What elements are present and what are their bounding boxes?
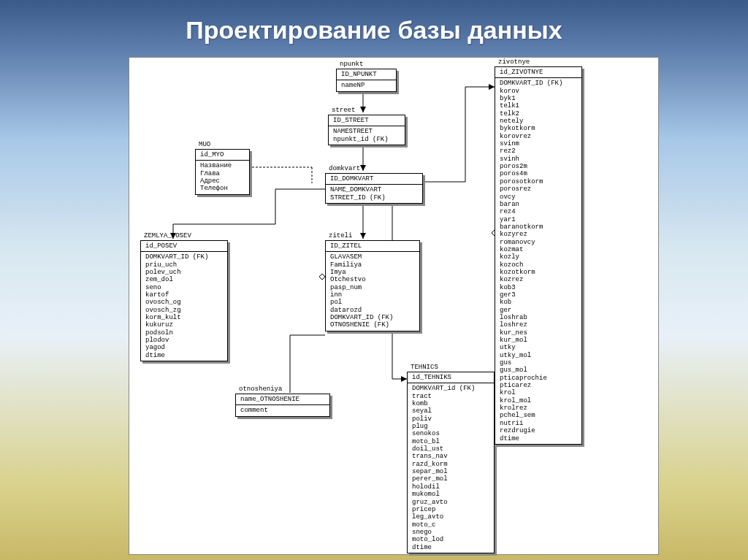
page-title: Проектирование базы данных: [0, 0, 748, 45]
attr: krol_mol: [500, 397, 577, 404]
attr: krol: [500, 389, 577, 396]
attr: DOMKVART_ID (FK): [500, 80, 577, 87]
attr: moto_c: [412, 521, 489, 529]
entity-ziteli: ziteli ID_ZITEL GLAVASEMFamiliyaImyaOtch…: [325, 240, 420, 331]
attr: perer_mol: [412, 475, 489, 483]
attr: nameNP: [341, 82, 392, 89]
attr: utky_mol: [500, 352, 577, 359]
attr: ovcy: [500, 193, 577, 201]
attr: pasp_num: [330, 284, 415, 291]
attr: comment: [240, 407, 325, 414]
entity-title: zivotnye: [498, 58, 530, 66]
attr: krolrez: [500, 404, 577, 412]
attr: razd_korm: [412, 461, 489, 468]
entity-title: ziteli: [329, 232, 352, 239]
pk-field: id_ZIVOTNYE: [500, 69, 577, 76]
attr: kozmat: [500, 246, 577, 253]
attr: mukomol: [412, 491, 489, 498]
attr: podsoln: [145, 329, 223, 337]
attr: nutrii: [500, 420, 577, 427]
attr: kozrez: [500, 276, 577, 283]
attr: zem_dol: [145, 276, 223, 283]
entity-title: npunkt: [340, 61, 363, 68]
attr: svinm: [500, 140, 577, 147]
attr: porosotkorm: [500, 178, 577, 185]
attr: senokos: [412, 430, 489, 437]
attr: ovosch_zg: [145, 307, 223, 314]
attr: kob: [500, 299, 577, 306]
attr: poros4m: [500, 170, 577, 177]
attr: STREET_ID (FK): [330, 194, 418, 202]
entity-title: street: [332, 107, 355, 114]
svg-marker-16: [489, 84, 495, 90]
entity-npunkt: npunkt ID_NPUNKT nameNP: [336, 69, 397, 92]
attr: gruz_avto: [412, 499, 489, 506]
attr: kur_mol: [500, 337, 577, 344]
attr: snego: [412, 529, 489, 536]
attr: plodov: [145, 337, 223, 344]
entity-zivotnye: zivotnye id_ZIVOTNYE DOMKVART_ID (FK)kor…: [495, 66, 582, 445]
attr: DOMKVART_ID (FK): [145, 253, 223, 261]
attr: DOMKVART_id (FK): [412, 385, 489, 392]
attr: kartof: [145, 291, 223, 299]
entity-title: domkvart: [329, 165, 360, 172]
entity-title: otnosheniya: [239, 386, 282, 393]
attr: kur_nes: [500, 329, 577, 337]
pk-field: name_OTNOSHENIE: [240, 396, 325, 403]
attr: yar1: [500, 216, 577, 223]
attr: kozoch: [500, 261, 577, 269]
entity-title: MUO: [199, 141, 210, 148]
svg-marker-3: [360, 165, 366, 171]
pk-field: ID_NPUNKT: [341, 71, 392, 78]
attr: holodil: [412, 483, 489, 491]
attr: npunkt_id (FK): [333, 136, 400, 143]
svg-marker-19: [401, 376, 407, 382]
attr: NAMESTREET: [333, 128, 400, 135]
attr: komb: [412, 400, 489, 407]
attr: plug: [412, 423, 489, 430]
attr: Глава: [200, 170, 245, 177]
attr: romanovcy: [500, 239, 577, 246]
attr: dtime: [500, 435, 577, 442]
attr: inn: [330, 291, 415, 299]
attr: moto_lod: [412, 536, 489, 543]
attr: korov: [500, 88, 577, 95]
entity-street: street ID_STREET NAMESTREET npunkt_id (F…: [328, 115, 405, 145]
attr: dtime: [412, 544, 489, 551]
attr: baran: [500, 201, 577, 208]
attr: Телефон: [200, 185, 245, 192]
attr: baranotkorm: [500, 223, 577, 231]
entity-title: ZEMLYA_POSEV: [144, 232, 191, 239]
pk-field: ID_DOMKVART: [330, 175, 418, 183]
attr: pricep: [412, 506, 489, 513]
pk-field: ID_STREET: [333, 117, 400, 124]
attr: NAME_DOMKVART: [330, 186, 418, 193]
attr: poliv: [412, 415, 489, 423]
attr: doil_ust: [412, 445, 489, 453]
entity-muo: MUO id_MYO Название Глава Адрес Телефон: [195, 149, 250, 195]
attr: gus_mol: [500, 367, 577, 374]
diagram-canvas: npunkt ID_NPUNKT nameNP street ID_STREET…: [129, 57, 659, 555]
attr: kob3: [500, 284, 577, 291]
attr: poros2m: [500, 163, 577, 170]
attr: moto_bl: [412, 438, 489, 445]
attr: rez4: [500, 208, 577, 215]
attr: kozyrez: [500, 231, 577, 238]
attr: Imya: [330, 269, 415, 276]
attr: bykotkorm: [500, 125, 577, 132]
attr: kozotkorm: [500, 269, 577, 276]
pk-field: ID_ZITEL: [330, 242, 415, 250]
attr: polev_uch: [145, 269, 223, 276]
attr: rezdrugie: [500, 427, 577, 434]
attr: telk2: [500, 110, 577, 118]
attr: priu_uch: [145, 261, 223, 269]
attr: loshrab: [500, 314, 577, 321]
pk-field: id_TEHNIKS: [412, 374, 489, 381]
attr: byk1: [500, 95, 577, 102]
attr: utky: [500, 344, 577, 351]
attr: ger: [500, 307, 577, 314]
svg-marker-23: [319, 274, 325, 280]
attr: OTNOSHENIE (FK): [330, 321, 415, 329]
attr: pticarez: [500, 382, 577, 389]
svg-marker-7: [360, 233, 366, 239]
